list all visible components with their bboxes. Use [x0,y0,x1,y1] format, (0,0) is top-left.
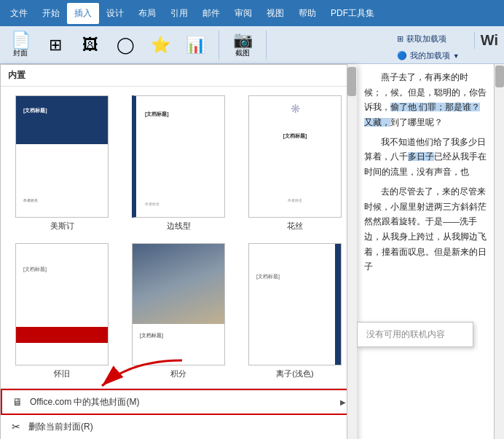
ribbon-sep-1 [218,31,219,60]
cover-item-jiefen[interactable]: [文档标题] 积分 [123,240,234,382]
picture-icon: 🖼 [82,37,98,53]
menu-review[interactable]: 审阅 [227,3,259,24]
table-button[interactable]: ⊞ [41,36,70,55]
ribbon: 📄 封面 ⊞ 🖼 ◯ ⭐ 📊 📷 截图 ⊞ 获取加载项 🔵 我的加载项 [0,26,504,64]
screenshot-label: 截图 [235,48,250,58]
cover-item-bianjian[interactable]: [文档标题] 作者姓名 边线型 [123,92,234,234]
doc-area: 燕子去了，有再来的时候；，候。但是，聪明的，你告诉我，偷了他 们罪；那是谁？又藏… [357,64,494,439]
cover-jiefen-label: 积分 [170,368,186,379]
cover-thumb-bianjian: [文档标题] 作者姓名 [132,95,225,218]
icons-button[interactable]: ⭐ [146,36,175,55]
office-com-submenu: 没有可用的联机内容 [357,322,473,347]
doc-para-3: 去的尽管去了，来的尽管来时候，小屋里射进两三方斜斜茫然然跟着旋转。于是——洗手边… [364,184,487,274]
office-com-item[interactable]: 🖥 Office.com 中的其他封面(M) ▶ [1,389,356,415]
cover-thumb-huasi: ❋ [文档标题] 作者姓名 [248,95,342,218]
get-addon-button[interactable]: ⊞ 获取加载项 [394,32,462,46]
icons-icon: ⭐ [151,37,170,53]
menu-layout[interactable]: 布局 [131,3,163,24]
cover-bianjian-label: 边线型 [167,221,191,232]
screenshot-button[interactable]: 📷 截图 [228,31,257,60]
doc-scrollbar[interactable] [494,64,504,439]
cover-lizi-label: 离子(浅色) [276,368,313,379]
picture-button[interactable]: 🖼 [76,36,105,55]
panel-menu: 🖥 Office.com 中的其他封面(M) ▶ ✂ 删除当前封面(R) 💾 将… [1,388,356,439]
cover-huasi-label: 花丝 [287,221,303,232]
screenshot-icon: 📷 [233,32,253,48]
cover-thumb-meisiding: [文档标题] 作者姓名 [15,95,109,218]
cover-grid: [文档标题] 作者姓名 美斯订 [文档标题] 作者姓名 边线型 ❋ [文档标题]… [1,87,356,388]
ribbon-sep-2 [266,31,267,60]
get-addon-label: 获取加载项 [406,33,446,44]
delete-cover-icon: ✂ [9,420,23,433]
menu-view[interactable]: 视图 [259,3,291,24]
cover-thumb-lizi: [文档标题] [248,243,342,365]
chart-icon: 📊 [186,37,205,53]
menu-file[interactable]: 文件 [3,3,35,24]
my-addon-button[interactable]: 🔵 我的加载项 ▼ [394,49,462,63]
cover-huari-bar [16,327,108,343]
menu-help[interactable]: 帮助 [291,3,323,24]
submenu-label: 没有可用的联机内容 [366,329,445,339]
table-icon: ⊞ [49,37,62,53]
cover-dropdown: 内置 [文档标题] 作者姓名 美斯订 [文档标题] 作者姓名 边线型 ❋ [文档… [0,64,357,439]
doc-para-2: 我不知道他们给了我多少日算着，八千多日子已经从我手在时间的流里，没有声音，也 [364,135,487,180]
wiki-title: Wi [481,32,498,49]
ribbon-right: ⊞ 获取加载项 🔵 我的加载项 ▼ 加载项 Wi [394,29,498,60]
menubar: 文件 开始 插入 设计 布局 引用 邮件 审阅 视图 帮助 PDF工具集 [0,0,504,26]
cover-thumb-jiefen: [文档标题] [132,243,225,365]
cover-huari-title: [文档标题] [23,266,101,273]
dropdown-icon: ▼ [453,52,460,60]
office-com-icon: 🖥 [11,395,24,408]
shapes-button[interactable]: ◯ [111,36,140,55]
cover-thumb-huari: [文档标题] [15,243,109,365]
wiki-section: Wi [474,32,498,49]
doc-scroll-thumb[interactable] [495,66,504,87]
cover-meisiding-title: [文档标题] [23,107,101,114]
delete-cover-item[interactable]: ✂ 删除当前封面(R) [1,415,356,438]
cover-item-huari[interactable]: [文档标题] 怀旧 [7,240,117,382]
menu-pdf[interactable]: PDF工具集 [323,3,382,24]
cover-jiefen-title: [文档标题] [140,332,217,339]
menu-insert[interactable]: 插入 [67,3,99,24]
delete-cover-label: 删除当前封面(R) [28,421,93,433]
cover-bianjian-sub: 作者姓名 [145,202,160,206]
cover-button[interactable]: 📄 封面 [6,31,35,60]
cover-huari-label: 怀旧 [54,368,70,379]
office-com-arrow: ▶ [340,398,346,406]
cover-meisiding-sub: 作者姓名 [23,198,101,202]
menu-start[interactable]: 开始 [35,3,67,24]
get-addon-icon: ⊞ [397,34,403,44]
chart-button[interactable]: 📊 [181,36,210,55]
cover-label: 封面 [13,48,28,58]
doc-text: 燕子去了，有再来的时候；，候。但是，聪明的，你告诉我，偷了他 们罪；那是谁？又藏… [364,70,487,274]
cover-lizi-title: [文档标题] [256,273,326,280]
cover-jiefen-photo [133,244,224,324]
menu-mail[interactable]: 邮件 [195,3,227,24]
menu-reference[interactable]: 引用 [163,3,195,24]
cover-huasi-title: [文档标题] [256,133,334,140]
cover-huasi-sub: 作者姓名 [256,198,334,202]
cover-lizi-accent [335,244,341,365]
floral-icon: ❋ [291,102,300,116]
panel-header: 内置 [1,65,356,87]
panel-scrollbar[interactable] [347,64,357,439]
cover-item-huasi[interactable]: ❋ [文档标题] 作者姓名 花丝 [240,92,350,234]
shapes-icon: ◯ [117,37,135,53]
cover-bianjian-title: [文档标题] [145,111,218,118]
my-addon-label: 我的加载项 [410,50,450,61]
scroll-thumb[interactable] [347,67,356,96]
my-addon-icon: 🔵 [397,51,407,60]
doc-para-1: 燕子去了，有再来的时候；，候。但是，聪明的，你告诉我，偷了他 们罪；那是谁？又藏… [364,70,487,130]
cover-item-lizi[interactable]: [文档标题] 离子(浅色) [240,240,350,382]
cover-meisiding-label: 美斯订 [50,221,74,232]
cover-icon: 📄 [11,32,31,48]
menu-design[interactable]: 设计 [99,3,131,24]
cover-item-meisiding[interactable]: [文档标题] 作者姓名 美斯订 [7,92,117,234]
office-com-label: Office.com 中的其他封面(M) [30,396,139,408]
